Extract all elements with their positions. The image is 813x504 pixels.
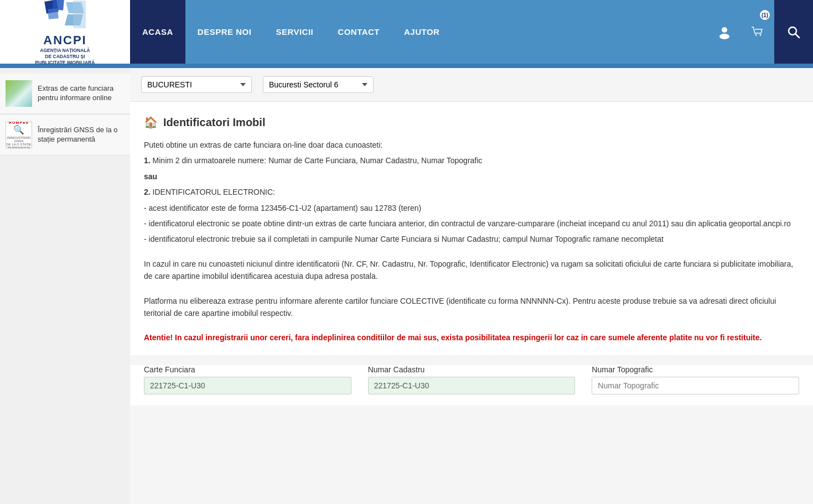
input-carte-funciara[interactable] bbox=[144, 377, 351, 394]
sidebar: Extras de carte funciara pentru informar… bbox=[0, 68, 130, 504]
sidebar-thumb-gnss: ROMP●S 🔍 INREGISTRARI GNSSDE LA O STATIE… bbox=[6, 122, 32, 148]
warning-text: Atentie! In cazul inregistrarii unor cer… bbox=[144, 331, 799, 344]
para2-text: In cazul in care nu cunoasteti niciunul … bbox=[144, 258, 799, 283]
sector-select[interactable]: Bucuresti Sectorul 1 Bucuresti Sectorul … bbox=[263, 76, 374, 93]
form-group-carte-funciara: Carte Funciara bbox=[144, 365, 351, 394]
bullet3-text: - identificatorul electronic trebuie sa … bbox=[144, 233, 799, 245]
item1-text: 1. Minim 2 din urmatoarele numere: Numar… bbox=[144, 154, 799, 167]
svg-point-7 bbox=[719, 34, 729, 39]
dropdown-row: BUCURESTI ILFOV PRAHOVA CLUJ CONSTANTA B… bbox=[130, 68, 813, 102]
main-nav: ACASA DESPRE NOI SERVICII CONTACT AJUTOR bbox=[130, 0, 708, 64]
cart-icon bbox=[750, 25, 765, 39]
form-row: Carte Funciara Numar Cadastru Numar Topo… bbox=[130, 365, 813, 406]
svg-point-6 bbox=[722, 27, 727, 33]
form-group-numar-topografic: Numar Topografic bbox=[592, 365, 799, 394]
svg-rect-2 bbox=[48, 8, 59, 19]
sidebar-thumb-extras bbox=[6, 80, 32, 107]
main-content: BUCURESTI ILFOV PRAHOVA CLUJ CONSTANTA B… bbox=[130, 68, 813, 504]
nav-item-ajutor[interactable]: AJUTOR bbox=[392, 0, 452, 64]
house-icon: 🏠 bbox=[144, 116, 158, 129]
search-icon bbox=[786, 25, 801, 39]
form-group-numar-cadastru: Numar Cadastru bbox=[368, 365, 576, 394]
search-icon-button[interactable] bbox=[774, 0, 813, 64]
nav-item-acasa[interactable]: ACASA bbox=[130, 0, 185, 64]
sidebar-label-extras: Extras de carte funciara pentru informar… bbox=[38, 84, 125, 103]
cart-icon-button[interactable]: (1) bbox=[741, 0, 774, 64]
logo-subtext: AGENȚIA NAȚIONALĂ DE CADASTRU ȘI PUBLICI… bbox=[35, 48, 95, 66]
item2-text: 2. IDENTIFICATORUL ELECTRONIC: bbox=[144, 186, 799, 198]
svg-point-8 bbox=[755, 34, 757, 35]
ancpi-logo-graphic bbox=[43, 0, 87, 31]
sidebar-item-extras[interactable]: Extras de carte funciara pentru informar… bbox=[0, 74, 130, 114]
label-numar-cadastru: Numar Cadastru bbox=[368, 365, 576, 374]
svg-marker-5 bbox=[73, 1, 86, 28]
section-title: 🏠 Identificatori Imobil bbox=[144, 116, 799, 129]
gnss-thumbnail: ROMP●S 🔍 INREGISTRARI GNSSDE LA O STATIE… bbox=[6, 122, 32, 148]
nav-item-servicii[interactable]: SERVICII bbox=[263, 0, 325, 64]
judet-select[interactable]: BUCURESTI ILFOV PRAHOVA CLUJ CONSTANTA bbox=[141, 76, 252, 93]
user-icon-button[interactable] bbox=[708, 0, 741, 64]
logo-text: ANCPI bbox=[43, 33, 86, 48]
input-numar-topografic[interactable] bbox=[592, 377, 799, 394]
header-icons: (1) bbox=[708, 0, 813, 64]
label-carte-funciara: Carte Funciara bbox=[144, 365, 351, 374]
label-numar-topografic: Numar Topografic bbox=[592, 365, 799, 374]
sub-header-bar bbox=[0, 64, 813, 68]
sidebar-label-gnss: Înregistrări GNSS de la o stație permane… bbox=[38, 126, 125, 144]
bullet2-text: - identificatorul electronic se poate ob… bbox=[144, 217, 799, 230]
nav-item-contact[interactable]: CONTACT bbox=[325, 0, 392, 64]
intro-text: Puteti obtine un extras de carte funciar… bbox=[144, 139, 799, 151]
nav-item-despre-noi[interactable]: DESPRE NOI bbox=[185, 0, 264, 64]
para3-text: Platforma nu elibereaza extrase pentru i… bbox=[144, 295, 799, 320]
svg-point-9 bbox=[760, 34, 762, 35]
logo-area: ANCPI AGENȚIA NAȚIONALĂ DE CADASTRU ȘI P… bbox=[0, 0, 130, 64]
info-section: 🏠 Identificatori Imobil Puteti obtine un… bbox=[130, 102, 813, 355]
main-layout: Extras de carte funciara pentru informar… bbox=[0, 68, 813, 504]
sidebar-item-gnss[interactable]: ROMP●S 🔍 INREGISTRARI GNSSDE LA O STATIE… bbox=[0, 115, 130, 155]
user-icon bbox=[717, 25, 732, 39]
map-thumbnail bbox=[6, 80, 32, 107]
sau-text: sau bbox=[144, 170, 799, 183]
bullet1-text: - acest identificator este de forma 1234… bbox=[144, 202, 799, 214]
svg-line-11 bbox=[795, 34, 799, 38]
header: ANCPI AGENȚIA NAȚIONALĂ DE CADASTRU ȘI P… bbox=[0, 0, 813, 64]
cart-badge: (1) bbox=[760, 10, 770, 20]
input-numar-cadastru[interactable] bbox=[368, 377, 576, 394]
